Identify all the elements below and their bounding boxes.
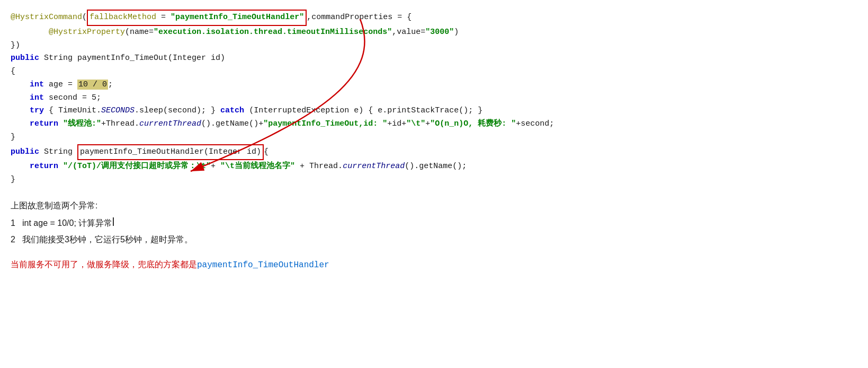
final-note: 当前服务不可用了，做服务降级，兜底的方案都是paymentInfo_TimeOu… — [11, 257, 857, 273]
red-box-fallback: fallbackMethod = "paymentInfo_TimeOutHan… — [87, 10, 307, 26]
text-cursor — [113, 217, 114, 226]
final-code: paymentInfo_TimeOutHandler — [197, 260, 329, 270]
code-line-9: return "线程池:"+Thread.currentThread().get… — [11, 118, 857, 131]
code-line-7: int second = 5; — [11, 92, 857, 105]
code-line-8: try { TimeUnit.SECONDS.sleep(second); } … — [11, 104, 857, 118]
intro-text: 上图故意制造两个异常: — [11, 198, 857, 214]
code-block: @HystrixCommand(fallbackMethod = "paymen… — [11, 10, 857, 187]
code-section: @HystrixCommand(fallbackMethod = "paymen… — [11, 10, 857, 187]
code-line-13: } — [11, 173, 857, 187]
highlight-division-by-zero: 10 / 0 — [77, 80, 108, 90]
item-number-1: 1 — [11, 216, 22, 231]
code-line-11: public String paymentInfo_TimeOutHandler… — [11, 144, 857, 161]
prose-item-2: 2 我们能接受3秒钟，它运行5秒钟，超时异常。 — [11, 232, 857, 248]
code-line-6: int age = 10 / 0; — [11, 78, 857, 92]
item1-text: int age = 10/0; 计算异常 — [22, 216, 112, 231]
annotation-hystrix: @HystrixCommand — [11, 13, 82, 22]
code-line-5: { — [11, 65, 857, 78]
final-text: 当前服务不可用了，做服务降级，兜底的方案都是 — [11, 260, 197, 269]
item-number-2: 2 — [11, 232, 22, 248]
code-line-1: @HystrixCommand(fallbackMethod = "paymen… — [11, 10, 857, 26]
item2-text: 我们能接受3秒钟，它运行5秒钟，超时异常。 — [22, 232, 193, 248]
prose-section: 上图故意制造两个异常: 1 int age = 10/0; 计算异常 2 我们能… — [11, 198, 857, 273]
code-line-12: return "/(ToT)/调用支付接口超时或异常：\t"+ "\t当前线程池… — [11, 160, 857, 173]
code-line-2: @HystrixProperty(name="execution.isolati… — [11, 26, 857, 39]
red-box-handler: paymentInfo_TimeOutHandler(Integer id) — [77, 144, 264, 161]
code-line-10: } — [11, 131, 857, 144]
prose-item-1: 1 int age = 10/0; 计算异常 — [11, 216, 857, 231]
code-line-4: public String paymentInfo_TimeOut(Intege… — [11, 52, 857, 65]
code-line-3: }) — [11, 39, 857, 52]
